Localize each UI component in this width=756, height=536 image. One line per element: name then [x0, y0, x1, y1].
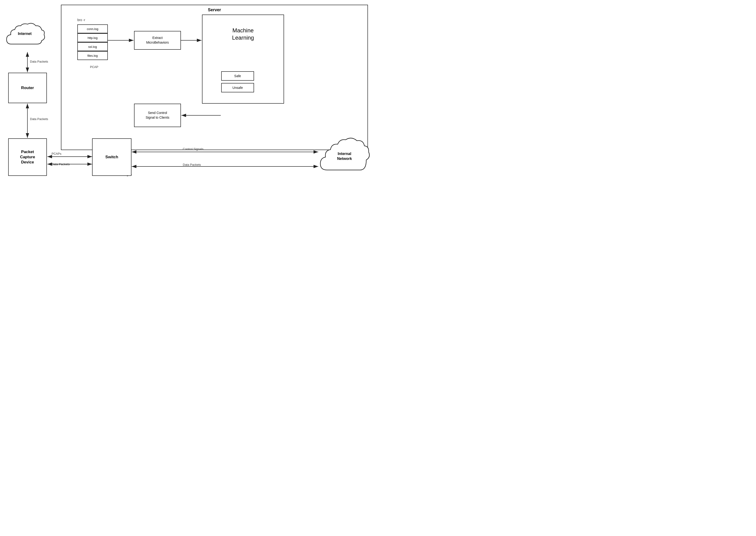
- safe-box: Safe: [221, 71, 254, 81]
- data-packets-label-bottom2: Data Packets: [183, 163, 201, 166]
- internet-label: Internet: [18, 32, 32, 36]
- server-box: Server bro -r conn.log http.log ssl.log …: [61, 5, 368, 150]
- packet-capture-label: PacketCaptureDevice: [20, 150, 35, 165]
- switch-box: Switch: [92, 138, 132, 176]
- switch-label: Switch: [106, 155, 118, 159]
- diagram: Server bro -r conn.log http.log ssl.log …: [0, 0, 378, 268]
- conn-log-box: conn.log: [77, 24, 108, 33]
- ssl-log-box: ssl.log: [77, 42, 108, 51]
- packet-capture-box: PacketCaptureDevice: [8, 138, 47, 176]
- unsafe-box: Unsafe: [221, 83, 254, 92]
- pcap-label: PCAP: [90, 65, 98, 69]
- extract-microbehaviors-box: ExtractMicroBehaviors: [134, 31, 181, 50]
- internet-cloud: Internet: [4, 21, 45, 52]
- send-control-box: Send ControlSignal to Clients: [134, 104, 181, 127]
- ml-label: MachineLearning: [232, 27, 254, 41]
- pcaps-label: PCAPs: [51, 152, 61, 155]
- data-packets-label-bottom: Data Packets: [51, 162, 70, 166]
- router-packet-label: Data Packets: [30, 117, 48, 121]
- router-box: Router: [8, 73, 47, 103]
- files-log-box: files.log: [77, 51, 108, 60]
- internal-network-cloud: InternalNetwork: [318, 134, 371, 181]
- machine-learning-box: MachineLearning Safe Unsafe: [202, 15, 284, 104]
- control-signals-label: Control Signals: [183, 147, 204, 151]
- router-label: Router: [21, 85, 34, 90]
- server-title: Server: [208, 8, 221, 13]
- http-log-box: http.log: [77, 33, 108, 42]
- internet-router-label: Data Packets: [30, 60, 48, 63]
- internal-network-label: InternalNetwork: [337, 152, 352, 161]
- bro-label: bro -r: [77, 18, 85, 22]
